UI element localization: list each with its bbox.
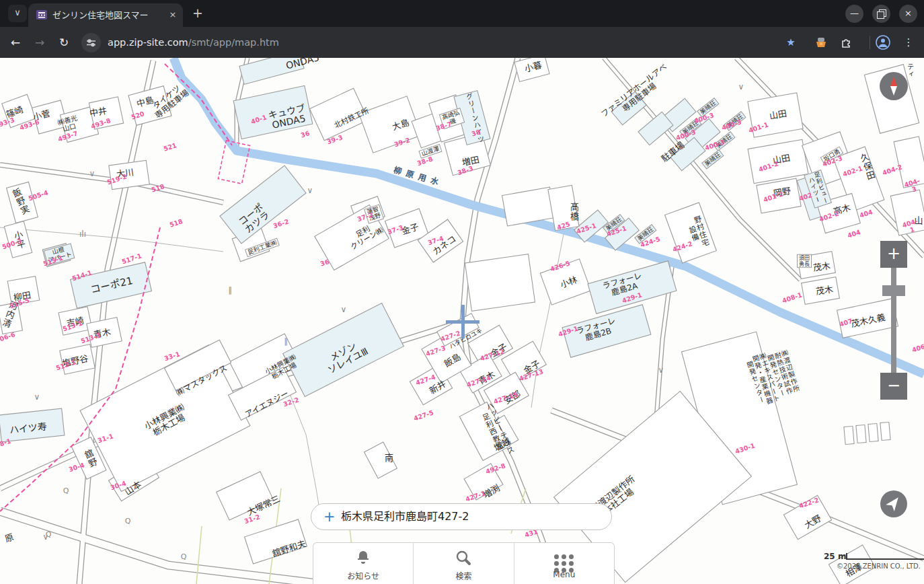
new-tab-button[interactable]: + xyxy=(190,5,206,22)
browser-tab[interactable]: ゼンリン住宅地図スマー × xyxy=(28,3,183,27)
notice-button[interactable]: お知らせ xyxy=(313,543,414,584)
zoom-out-button[interactable]: − xyxy=(880,373,907,400)
profile-avatar[interactable] xyxy=(873,27,893,58)
map-scale: 25 m xyxy=(824,552,922,562)
my-location-button[interactable] xyxy=(880,490,907,517)
bottom-navigation: お知らせ 検索 Menu xyxy=(313,542,615,584)
search-button[interactable]: 検索 xyxy=(414,543,514,584)
search-label: 検索 xyxy=(414,570,513,581)
window-close-button[interactable]: × xyxy=(899,5,917,23)
browser-menu-dots-icon[interactable]: ⋮ xyxy=(898,27,919,58)
tab-close-icon[interactable]: × xyxy=(167,9,179,21)
compass-button[interactable] xyxy=(880,72,908,100)
compass-north-needle xyxy=(890,77,897,86)
site-info-button[interactable] xyxy=(81,33,101,52)
window-maximize-button[interactable] xyxy=(872,5,890,23)
restore-icon xyxy=(877,11,884,19)
url-path: /smt/app/map.htm xyxy=(188,37,279,48)
bookmark-star-icon[interactable]: ★ xyxy=(781,27,801,58)
reload-button[interactable]: ↻ xyxy=(54,27,74,58)
compass-south-needle xyxy=(890,86,897,96)
address-bar[interactable]: app.zip-site.com/smt/app/map.htm xyxy=(108,27,279,58)
copyright-notice: ©2025 ZENRIN CO., LTD. xyxy=(837,562,921,570)
back-button[interactable]: ← xyxy=(5,27,26,58)
tab-title: ゼンリン住宅地図スマー xyxy=(52,3,169,27)
browser-tab-strip: ∨ ゼンリン住宅地図スマー × + — × xyxy=(0,0,924,27)
window-minimize-button[interactable]: — xyxy=(845,5,863,23)
site-favicon xyxy=(36,9,47,20)
extension-orange-icon[interactable] xyxy=(811,27,831,58)
forward-button[interactable]: → xyxy=(30,27,50,58)
grid-icon xyxy=(514,549,614,568)
zoom-slider-handle[interactable] xyxy=(882,285,905,296)
zoom-slider-track[interactable] xyxy=(891,268,896,373)
url-host: app.zip-site.com xyxy=(108,37,188,48)
add-plus-icon[interactable]: + xyxy=(323,504,336,530)
address-text: 栃木県足利市鹿島町427-2 xyxy=(341,504,469,530)
zoom-in-button[interactable]: + xyxy=(880,241,907,268)
toolbar-divider xyxy=(870,36,870,49)
bell-icon xyxy=(313,549,413,568)
menu-label: Menu xyxy=(514,570,614,579)
extensions-puzzle-icon[interactable] xyxy=(837,27,857,58)
magnifier-icon xyxy=(414,549,513,568)
address-search-pill[interactable]: + 栃木県足利市鹿島町427-2 xyxy=(311,503,612,530)
scale-label: 25 m xyxy=(824,552,846,561)
menu-button[interactable]: Menu xyxy=(514,543,614,584)
notice-label: お知らせ xyxy=(313,570,413,581)
browser-toolbar: ← → ↻ app.zip-site.com/smt/app/map.htm ★… xyxy=(0,27,924,58)
tab-search-button[interactable]: ∨ xyxy=(8,5,27,22)
